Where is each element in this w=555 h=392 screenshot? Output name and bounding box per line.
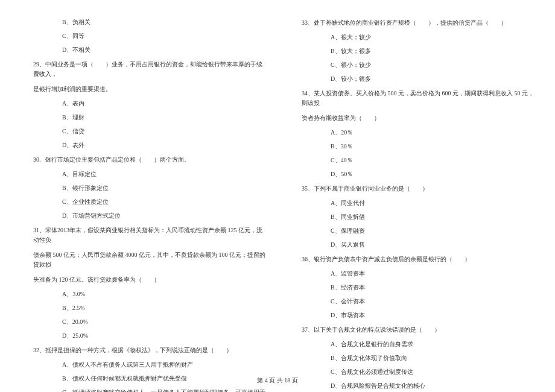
q35-option-a: A、同业代付 xyxy=(290,199,534,207)
q31-option-a: A、3.0% xyxy=(21,290,265,299)
q33-option-c: C、很小；较少 xyxy=(290,61,534,69)
q37-option-a: A、合规文化是银行的自身需求 xyxy=(290,340,534,349)
q35-option-b: B、同业拆借 xyxy=(290,213,534,221)
q35-text: 35、下列不属于商业银行同业业务的是（ ） xyxy=(290,184,534,194)
q30-option-b: B、银行形象定位 xyxy=(21,184,265,192)
q29-option-d: D、表外 xyxy=(21,141,265,150)
q36-option-b: B、经济资本 xyxy=(290,283,534,292)
left-column: B、负相关 C、同等 D、不相关 29、中间业务是一项（ ）业务，不用占用银行的… xyxy=(21,18,265,368)
q31-option-c: C、20.0% xyxy=(21,318,265,326)
q31-option-b: B、2.5% xyxy=(21,304,265,312)
q29-text2: 是银行增加利润的重要渠道。 xyxy=(21,84,265,94)
q36-option-a: A、监管资本 xyxy=(290,270,534,278)
q37-option-c: C、合规文化必须通过制度传达 xyxy=(290,368,534,376)
q29-text: 29、中间业务是一项（ ）业务，不用占用银行的资金，却能给银行带来丰厚的手续费收… xyxy=(21,60,265,79)
q32-text: 32、抵押是担保的一种方式，根据《物权法》，下列说法正确的是（ ） xyxy=(21,346,265,355)
q31-text: 31、宋体2013年末，假设某商业银行相关指标为：人民币流动性资产余额 125 … xyxy=(21,226,265,245)
q36-option-d: D、市场资本 xyxy=(290,311,534,320)
q32-option-a: A、债权人不占有债务人或第三人用于抵押的财产 xyxy=(21,361,265,369)
q37-text: 37、以下关于合规文化的特点说法错误的是（ ） xyxy=(290,325,534,335)
q32-option-c: C、抵押须将财产移交给债权人，一旦债务人不能履行到期债务，可直接用于清偿 xyxy=(21,388,265,392)
q33-option-d: D、较小；很多 xyxy=(290,75,534,83)
q34-text2: 资者持有期收益率为（ ） xyxy=(290,113,534,123)
q36-option-c: C、会计资本 xyxy=(290,297,534,306)
q28-option-c: C、同等 xyxy=(21,32,265,40)
right-column: 33、处于补缺式地位的商业银行资产规模（ ），提供的信贷产品（ ） A、很大；较… xyxy=(290,18,534,368)
page-container: B、负相关 C、同等 D、不相关 29、中间业务是一项（ ）业务，不用占用银行的… xyxy=(21,18,534,368)
q30-text: 30、银行市场定位主要包括产品定位和（ ）两个方面。 xyxy=(21,155,265,165)
q35-option-d: D、买入返售 xyxy=(290,241,534,249)
q37-option-b: B、合规文化体现了价值取向 xyxy=(290,354,534,362)
q34-option-c: C、40％ xyxy=(290,156,534,165)
q30-option-a: A、目标定位 xyxy=(21,170,265,179)
q33-option-b: B、较大；很多 xyxy=(290,47,534,55)
q35-option-c: C、保理融资 xyxy=(290,227,534,235)
q34-option-b: B、30％ xyxy=(290,142,534,151)
q33-option-a: A、很大；较少 xyxy=(290,33,534,42)
q30-option-c: C、企业性质定位 xyxy=(21,198,265,206)
page-footer: 第 4 页 共 18 页 xyxy=(0,376,555,385)
q34-text: 34、某人投资债券。买入价格为 500 元，卖出价格为 600 元，期间获得利息… xyxy=(290,89,534,108)
q34-option-a: A、20％ xyxy=(290,128,534,137)
q36-text: 36、银行资产负债表中资产减去负债后的余额是银行的（ ） xyxy=(290,254,534,264)
q33-text: 33、处于补缺式地位的商业银行资产规模（ ），提供的信贷产品（ ） xyxy=(290,18,534,28)
q31-text2: 债余额 500 亿元；人民币贷款余额 4000 亿元，其中，不良贷款余额为 10… xyxy=(21,250,265,270)
q29-option-c: C、信贷 xyxy=(21,127,265,136)
q34-option-d: D、50％ xyxy=(290,170,534,179)
q29-option-a: A、表内 xyxy=(21,100,265,108)
q29-option-b: B、理财 xyxy=(21,113,265,122)
q30-option-d: D、市场营销方式定位 xyxy=(21,212,265,220)
q31-text3: 失准备为 120 亿元。该行贷款拨备率为（ ） xyxy=(21,275,265,285)
q28-option-b: B、负相关 xyxy=(21,18,265,27)
q28-option-d: D、不相关 xyxy=(21,46,265,54)
q31-option-d: D、25.0% xyxy=(21,332,265,340)
